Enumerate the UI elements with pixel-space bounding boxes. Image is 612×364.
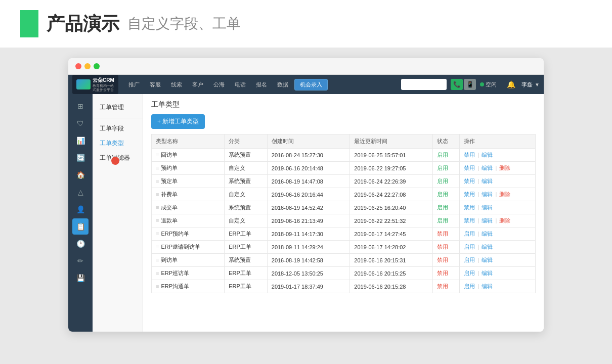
action-separator: | bbox=[476, 231, 480, 237]
action-删除[interactable]: 删除 bbox=[499, 191, 510, 197]
col-header-updated: 最近更新时间 bbox=[350, 134, 433, 149]
cell-category: ERP工单 bbox=[225, 228, 268, 241]
action-编辑[interactable]: 编辑 bbox=[482, 244, 493, 250]
sidebar-icon-clock[interactable]: 🕐 bbox=[72, 236, 89, 252]
action-禁用[interactable]: 禁用 bbox=[464, 217, 475, 223]
cell-updated: 2019-06-24 22:26:39 bbox=[350, 175, 433, 188]
cell-actions: 禁用 | 编辑 bbox=[460, 175, 536, 188]
dot-yellow[interactable] bbox=[84, 63, 91, 69]
action-删除[interactable]: 删除 bbox=[499, 217, 510, 223]
cell-actions: 禁用 | 编辑 bbox=[460, 201, 536, 214]
action-启用[interactable]: 启用 bbox=[464, 257, 475, 263]
status-dot bbox=[480, 82, 484, 86]
workorder-types-table: 类型名称 分类 创建时间 最近更新时间 状态 操作 ≡回访单系统预置2016-0… bbox=[151, 134, 536, 293]
action-禁用[interactable]: 禁用 bbox=[464, 191, 475, 197]
cell-name: ≡预定单 bbox=[152, 175, 225, 188]
nav-item-dianhua[interactable]: 电话 bbox=[231, 79, 250, 90]
nav-item-tuiguang[interactable]: 推广 bbox=[124, 79, 144, 90]
action-启用[interactable]: 启用 bbox=[464, 270, 475, 276]
status-badge: 禁用 bbox=[437, 283, 448, 289]
app-body: ⊞ 🛡 📊 🔄 🏠 △ 👤 📋 🕐 ✏ 💾 工单管理 工单字段 工单类型 工单过… bbox=[68, 94, 544, 332]
action-启用[interactable]: 启用 bbox=[464, 244, 475, 250]
col-header-created: 创建时间 bbox=[267, 134, 350, 149]
sidebar-icon-ticket[interactable]: 📋 bbox=[72, 218, 89, 235]
action-编辑[interactable]: 编辑 bbox=[482, 231, 493, 237]
nav-item-xinsuo[interactable]: 线索 bbox=[167, 79, 186, 90]
action-禁用[interactable]: 禁用 bbox=[464, 204, 475, 210]
nav-item-jiyilu[interactable]: 机会录入 bbox=[294, 79, 328, 90]
cell-created: 2019-06-16 20:16:44 bbox=[267, 188, 350, 201]
action-编辑[interactable]: 编辑 bbox=[482, 257, 493, 263]
sidebar-icon-grid[interactable]: ⊞ bbox=[72, 98, 89, 114]
cell-actions: 启用 | 编辑 bbox=[460, 280, 536, 293]
cell-name: ≡ERP沟通单 bbox=[152, 280, 225, 293]
user-chevron-icon[interactable]: ▼ bbox=[535, 82, 540, 87]
sidebar-icon-edit[interactable]: ✏ bbox=[72, 253, 89, 269]
drag-icon: ≡ bbox=[156, 257, 159, 263]
action-编辑[interactable]: 编辑 bbox=[482, 270, 493, 276]
cell-actions: 禁用 | 编辑 bbox=[460, 149, 536, 162]
sidebar-icon-shield[interactable]: 🛡 bbox=[72, 115, 89, 131]
search-box[interactable] bbox=[401, 79, 447, 90]
cell-status: 禁用 bbox=[432, 228, 460, 241]
cell-actions: 禁用 | 编辑 | 删除 bbox=[460, 214, 536, 228]
col-header-category: 分类 bbox=[225, 134, 268, 149]
action-separator: | bbox=[476, 283, 480, 289]
nav-item-kefu[interactable]: 客服 bbox=[146, 79, 165, 90]
nav-item-gonghai[interactable]: 公海 bbox=[209, 79, 229, 90]
cell-updated: 2019-06-17 14:27:45 bbox=[350, 228, 433, 241]
cell-status: 启用 bbox=[432, 175, 460, 188]
bell-icon[interactable]: 🔔 bbox=[507, 80, 515, 88]
browser-chrome bbox=[68, 58, 544, 75]
dot-red[interactable] bbox=[75, 63, 81, 69]
action-编辑[interactable]: 编辑 bbox=[482, 191, 493, 197]
nav-item-shuju[interactable]: 数据 bbox=[273, 79, 292, 90]
nav-item-baoming[interactable]: 报名 bbox=[252, 79, 271, 90]
action-separator: | bbox=[494, 165, 498, 171]
add-workorder-type-button[interactable]: + 新增工单类型 bbox=[151, 114, 205, 129]
table-row: ≡ERP邀请到访单ERP工单2018-09-11 14:29:242019-06… bbox=[152, 241, 536, 254]
cell-name: ≡ERP邀请到访单 bbox=[152, 241, 225, 254]
sidebar-icon-home[interactable]: 🏠 bbox=[72, 167, 89, 183]
drag-icon: ≡ bbox=[156, 283, 159, 289]
action-编辑[interactable]: 编辑 bbox=[482, 165, 493, 171]
sub-nav-item-types[interactable]: 工单类型 bbox=[93, 136, 143, 151]
action-删除[interactable]: 删除 bbox=[499, 165, 510, 171]
cell-name: ≡回访单 bbox=[152, 149, 225, 162]
phone-call-icon[interactable]: 📞 bbox=[451, 79, 463, 90]
nav-item-kehu[interactable]: 客户 bbox=[188, 79, 207, 90]
table-row: ≡ERP预约单ERP工单2018-09-11 14:17:302019-06-1… bbox=[152, 228, 536, 241]
action-编辑[interactable]: 编辑 bbox=[482, 283, 493, 289]
sidebar-icon-user[interactable]: 👤 bbox=[72, 201, 89, 217]
cell-category: 自定义 bbox=[225, 162, 268, 175]
phone-hangup-icon[interactable]: 📱 bbox=[464, 79, 476, 90]
sub-nav-item-fields[interactable]: 工单字段 bbox=[93, 121, 143, 136]
sidebar-icon-refresh[interactable]: 🔄 bbox=[72, 150, 89, 166]
action-separator: | bbox=[476, 257, 480, 263]
action-启用[interactable]: 启用 bbox=[464, 231, 475, 237]
action-编辑[interactable]: 编辑 bbox=[482, 217, 493, 223]
cell-updated: 2019-06-17 14:28:02 bbox=[350, 241, 433, 254]
action-separator: | bbox=[476, 204, 480, 210]
status-badge: 启用 bbox=[437, 165, 448, 171]
sidebar-icon-save[interactable]: 💾 bbox=[72, 270, 89, 286]
action-禁用[interactable]: 禁用 bbox=[464, 152, 475, 158]
cell-status: 禁用 bbox=[432, 267, 460, 280]
phone-icons: 📞 📱 bbox=[451, 79, 476, 90]
action-编辑[interactable]: 编辑 bbox=[482, 204, 493, 210]
status-badge: 启用 bbox=[437, 191, 448, 197]
dot-green[interactable] bbox=[94, 63, 100, 69]
cell-created: 2019-06-16 20:14:48 bbox=[267, 162, 350, 175]
action-separator: | bbox=[494, 217, 498, 223]
cell-created: 2016-08-24 15:27:30 bbox=[267, 149, 350, 162]
action-编辑[interactable]: 编辑 bbox=[482, 152, 493, 158]
action-禁用[interactable]: 禁用 bbox=[464, 165, 475, 171]
action-禁用[interactable]: 禁用 bbox=[464, 178, 475, 184]
drag-icon: ≡ bbox=[156, 191, 159, 197]
sidebar-icon-alert[interactable]: △ bbox=[72, 184, 89, 200]
sidebar-icon-chart[interactable]: 📊 bbox=[72, 132, 89, 149]
status-badge: 启用 bbox=[437, 178, 448, 184]
logo-area: 云朵CRM 教育机构一站式服务云平台 bbox=[72, 75, 118, 95]
action-编辑[interactable]: 编辑 bbox=[482, 178, 493, 184]
action-启用[interactable]: 启用 bbox=[464, 283, 475, 289]
